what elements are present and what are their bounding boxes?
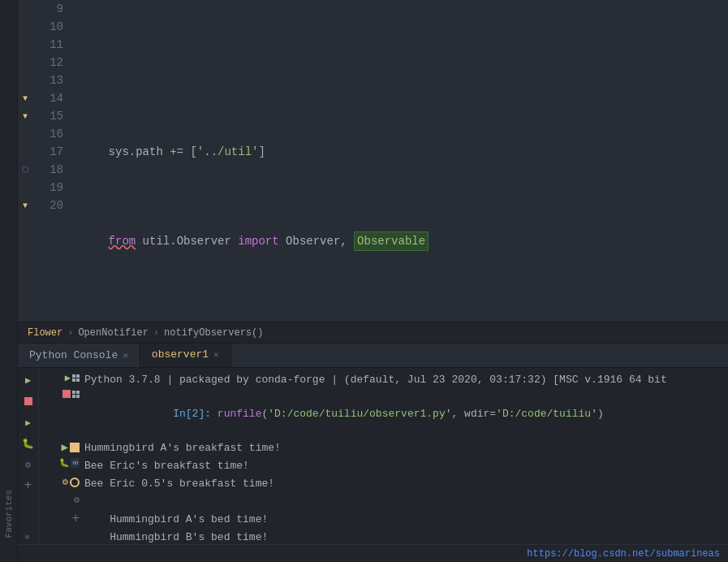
linenum-9: 9: [32, 0, 63, 18]
stop-icon-2: [62, 390, 71, 398]
console-tabs: Python Console ✕ observer1 ✕: [18, 344, 728, 368]
code-line-11: from util.Observer import Observer, Obse…: [81, 232, 728, 250]
breadcrumb: Flower › OpenNotifier › notifyObservers(…: [18, 322, 728, 343]
sidebar-debug-icon[interactable]: 🐛: [21, 436, 36, 451]
breadcrumb-sep-2: ›: [153, 327, 159, 339]
gutter-9: [18, 0, 32, 18]
gutter-12: [18, 54, 32, 71]
gutter-icon-18: ⬡: [22, 165, 29, 175]
gutter-20: ▼: [18, 197, 32, 214]
code-line-10: sys.path += ['../util']: [81, 143, 728, 161]
hummingbird-a-breakfast: Hummingbird A's breakfast time!: [84, 440, 728, 456]
tab-python-console-label: Python Console: [29, 349, 118, 361]
plus-icon-7: +: [71, 512, 80, 526]
gutter-14: ▼: [18, 89, 32, 107]
sidebar-play-icon[interactable]: ▶: [21, 415, 36, 430]
linenum-12: 12: [32, 54, 63, 71]
linenum-19: 19: [32, 179, 63, 197]
line-numbers: 9 10 11 12 13 14 15 16 17 18 19 20: [32, 0, 73, 322]
fold-arrow-14[interactable]: ▼: [23, 94, 28, 103]
console-row-gear: ⚙: [39, 493, 728, 511]
console-output: ▶ Python 3.7.8 | packaged by conda-forge…: [39, 368, 728, 544]
sidebar-plus-icon[interactable]: +: [21, 478, 36, 493]
linenum-10: 10: [32, 18, 63, 36]
grid-icon-1: [72, 374, 80, 382]
gutter-10: [18, 18, 32, 36]
grid-icon-2: [72, 391, 80, 398]
tab-python-console[interactable]: Python Console ✕: [18, 344, 140, 367]
tab-python-console-close[interactable]: ✕: [123, 350, 128, 361]
fold-arrow-15[interactable]: ▼: [23, 112, 28, 121]
code-lines: sys.path += ['../util'] from util.Observ…: [73, 0, 728, 322]
breadcrumb-opennotifier[interactable]: OpenNotifier: [78, 327, 148, 339]
console-row-hummingbird-a-breakfast: ▶ Hummingbird A's breakfast time!: [39, 439, 728, 457]
gutter-19: [18, 179, 32, 197]
gutter-17: [18, 143, 32, 161]
linenum-18: 18: [32, 161, 63, 179]
fold-arrow-20[interactable]: ▼: [23, 201, 28, 210]
console-row-runfile: In[2]: runfile('D:/code/tuiliu/observer1…: [39, 389, 728, 439]
gutter-15: ▼: [18, 107, 32, 125]
code-line-9: [81, 54, 728, 71]
gutter-16: [18, 125, 32, 143]
tab-observer1-label: observer1: [152, 348, 209, 361]
gutter-18: ⬡: [18, 161, 32, 179]
linenum-13: 13: [32, 71, 63, 89]
version-text: Python 3.7.8 | packaged by conda-forge |…: [84, 372, 728, 388]
runfile-text: In[2]: runfile('D:/code/tuiliu/observer1…: [84, 390, 728, 439]
play-icon-3: ▶: [62, 440, 68, 454]
console-row-version: ▶ Python 3.7.8 | packaged by conda-forge…: [39, 371, 728, 389]
hummingbird-a-bed: Hummingbird A's bed time!: [84, 512, 728, 528]
linenum-15: 15: [32, 107, 63, 125]
gutter-13: [18, 71, 32, 89]
breadcrumb-sep-1: ›: [67, 327, 73, 339]
sidebar-run-icon[interactable]: ▶: [21, 373, 36, 387]
linenum-14: 14: [32, 89, 63, 107]
breadcrumb-notifyobservers[interactable]: notifyObservers(): [164, 327, 263, 339]
left-sidebar: Favorites: [0, 0, 18, 562]
gutter-icons: ▼ ▼ ⬡ ▼: [18, 0, 32, 322]
sq-icon-3: [70, 443, 80, 452]
observable-highlight: Observable: [354, 231, 429, 251]
hummingbird-b-bed: Hummingbird B's bed time!: [84, 530, 728, 544]
linenum-16: 16: [32, 125, 63, 143]
breadcrumb-flower[interactable]: Flower: [28, 327, 62, 339]
tab-observer1[interactable]: observer1 ✕: [140, 344, 231, 367]
console-sidebar: ▶ ▶ 🐛 ⚙ +: [18, 368, 39, 544]
favorites-label: Favorites: [4, 490, 14, 538]
editor-area: ▼ ▼ ⬡ ▼ 9 10 11 12 13 14 15 1: [18, 0, 728, 343]
bee-eric-05-breakfast: Bee Eric 0.5's breakfast time!: [84, 476, 728, 492]
gear-icon-6: ⚙: [74, 494, 80, 506]
gear-icon-5: ⚙: [62, 476, 68, 488]
console-row-hummingbird-a-bed: + Hummingbird A's bed time!: [39, 511, 728, 529]
linenum-20: 20: [32, 197, 63, 214]
sidebar-stop-icon[interactable]: [21, 394, 36, 409]
sidebar-structure-icon[interactable]: ≡: [21, 530, 36, 544]
console-row-bee-eric-breakfast: 🐛 ∞ Bee Eric's breakfast time!: [39, 457, 728, 475]
bee-eric-breakfast: Bee Eric's breakfast time!: [84, 458, 728, 474]
console-content: ▶ ▶ 🐛 ⚙ +: [18, 368, 728, 544]
gutter-11: [18, 36, 32, 54]
infinity-icon-4: ∞: [71, 458, 80, 468]
console-area: Python Console ✕ observer1 ✕ ▶: [18, 343, 728, 562]
run-icon-1: ▶: [65, 372, 71, 384]
console-row-hummingbird-b-bed: Hummingbird B's bed time!: [39, 529, 728, 544]
linenum-17: 17: [32, 143, 63, 161]
debug-icon-4: 🐛: [59, 458, 69, 468]
console-row-bee-eric-05-breakfast: ⚙ Bee Eric 0.5's breakfast time!: [39, 475, 728, 493]
console-bottom-bar: https://blog.csdn.net/submarineas: [18, 544, 728, 562]
sidebar-gear-icon[interactable]: ⚙: [21, 457, 36, 472]
linenum-11: 11: [32, 36, 63, 54]
circle-icon-5: [70, 478, 80, 487]
csdn-link[interactable]: https://blog.csdn.net/submarineas: [527, 548, 720, 560]
tab-observer1-close[interactable]: ✕: [213, 349, 219, 360]
